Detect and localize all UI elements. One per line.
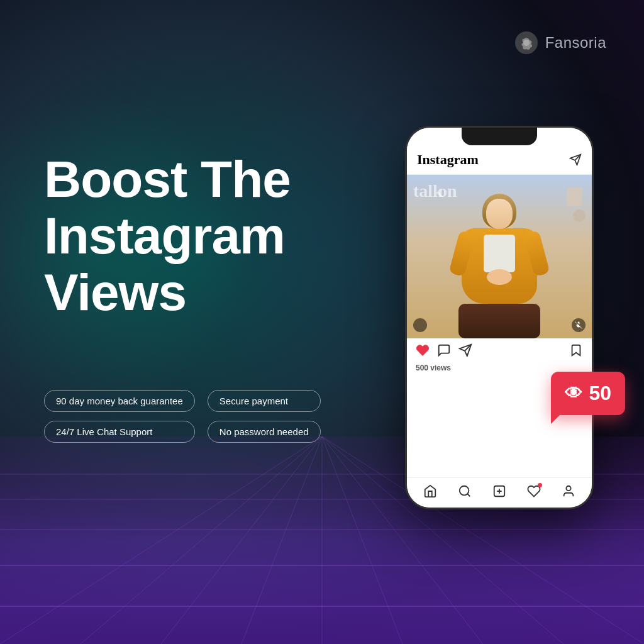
ig-heart-icon	[416, 343, 430, 357]
views-badge: 👁 50	[551, 372, 625, 415]
logo-area: Fansoria	[514, 30, 606, 55]
feature-badges: 90 day money back guarantee Secure payme…	[44, 390, 321, 443]
views-badge-number: 50	[589, 382, 611, 405]
main-headline: Boost The Instagram Views	[44, 151, 291, 321]
ig-nav-search	[458, 484, 472, 498]
svg-point-22	[460, 486, 469, 496]
eye-icon: 👁	[565, 383, 582, 404]
instagram-bottom-nav	[407, 477, 592, 508]
headline-line3: Views	[44, 264, 291, 321]
ig-dm-icon	[569, 153, 582, 166]
ig-share-icon	[458, 343, 472, 357]
mute-icon	[575, 321, 582, 329]
ig-comment-icon	[437, 343, 451, 357]
headline-line1: Boost The	[44, 151, 291, 208]
phone-mockup: Instagram talk on	[405, 126, 606, 528]
instagram-logo-text: Instagram	[417, 152, 479, 168]
ig-bookmark-icon	[569, 343, 583, 357]
fansoria-logo-icon	[514, 30, 539, 55]
svg-line-23	[467, 494, 470, 496]
main-canvas: Fansoria Boost The Instagram Views 90 da…	[0, 0, 644, 644]
svg-point-27	[566, 486, 570, 491]
instagram-actions	[407, 338, 592, 362]
ig-nav-home	[423, 484, 437, 498]
brand-name: Fansoria	[545, 34, 606, 52]
ig-nav-add	[492, 484, 506, 498]
badge-secure-payment: Secure payment	[208, 390, 321, 412]
ig-nav-profile	[562, 484, 575, 498]
badge-no-password: No password needed	[208, 421, 321, 443]
instagram-post-image: talk on	[407, 175, 592, 338]
svg-point-16	[523, 40, 530, 46]
phone-body: Instagram talk on	[405, 126, 594, 509]
instagram-ui: Instagram talk on	[407, 128, 592, 508]
ig-nav-heart-container	[527, 484, 541, 501]
instagram-header-icons	[569, 153, 582, 166]
ig-action-icons	[416, 343, 472, 357]
phone-notch	[462, 128, 537, 145]
nav-heart-dot	[538, 483, 542, 487]
badge-money-back: 90 day money back guarantee	[44, 390, 195, 412]
headline-line2: Instagram	[44, 208, 291, 264]
badge-live-chat: 24/7 Live Chat Support	[44, 421, 195, 443]
